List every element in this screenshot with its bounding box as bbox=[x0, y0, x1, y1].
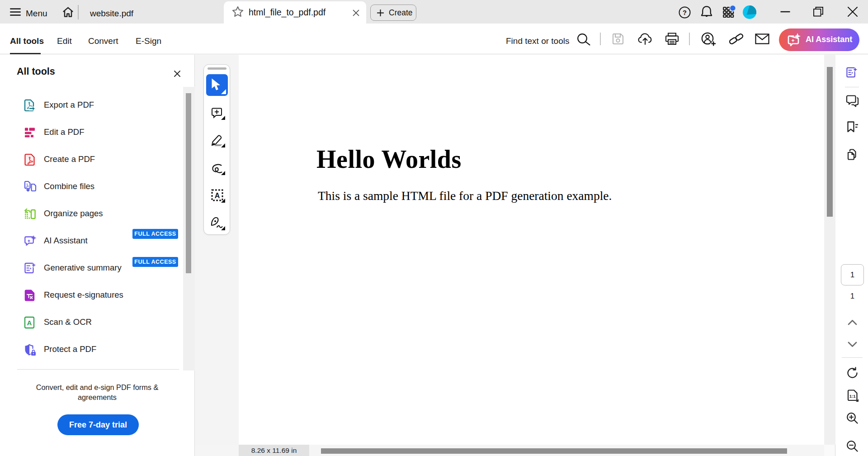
svg-text:?: ? bbox=[683, 9, 687, 16]
svg-text:A: A bbox=[215, 192, 220, 200]
svg-text:1:1: 1:1 bbox=[849, 394, 856, 399]
svg-text:A: A bbox=[27, 319, 32, 327]
